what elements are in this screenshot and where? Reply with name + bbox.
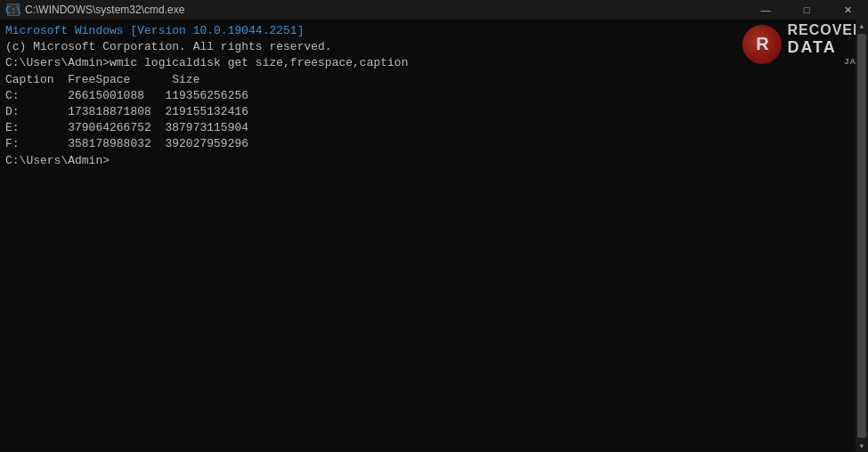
cmd-icon: C:\ bbox=[7, 4, 20, 16]
window-title: C:\WINDOWS\system32\cmd.exe bbox=[25, 4, 184, 16]
scroll-thumb[interactable] bbox=[857, 34, 866, 438]
scroll-down-arrow[interactable]: ▼ bbox=[856, 440, 868, 452]
console-line: C:\Users\Admin> bbox=[5, 153, 863, 169]
console-line: F: 358178988032 392027959296 bbox=[5, 136, 863, 152]
close-button[interactable]: ✕ bbox=[827, 0, 868, 20]
console-output: Microsoft Windows [Version 10.0.19044.22… bbox=[5, 23, 863, 169]
minimize-button[interactable]: — bbox=[745, 0, 786, 20]
watermark-logo: RECOVER DATA JAM bbox=[739, 20, 868, 69]
maximize-button[interactable]: □ bbox=[786, 0, 827, 20]
window-controls: — □ ✕ bbox=[745, 0, 868, 20]
scrollbar[interactable]: ▲ ▼ bbox=[856, 20, 868, 452]
console-line: C: 26615001088 119356256256 bbox=[5, 88, 863, 104]
console-line: Caption FreeSpace Size bbox=[5, 72, 863, 88]
console-line: D: 173818871808 219155132416 bbox=[5, 104, 863, 120]
logo-recover: RECOVER bbox=[787, 22, 864, 38]
scroll-up-arrow[interactable]: ▲ bbox=[856, 20, 868, 32]
console-line: C:\Users\Admin>wmic logicaldisk get size… bbox=[5, 55, 863, 71]
console-line: Microsoft Windows [Version 10.0.19044.22… bbox=[5, 23, 863, 39]
console-area: RECOVER DATA JAM Microsoft Windows [Vers… bbox=[0, 20, 868, 452]
console-line: (c) Microsoft Corporation. All rights re… bbox=[5, 39, 863, 55]
logo-data: DATA bbox=[787, 38, 864, 57]
console-line: E: 379064266752 387973115904 bbox=[5, 120, 863, 136]
logo-text: RECOVER DATA JAM bbox=[787, 22, 864, 66]
titlebar: C:\ C:\WINDOWS\system32\cmd.exe — □ ✕ bbox=[0, 0, 868, 20]
logo-circle-icon bbox=[742, 25, 782, 64]
